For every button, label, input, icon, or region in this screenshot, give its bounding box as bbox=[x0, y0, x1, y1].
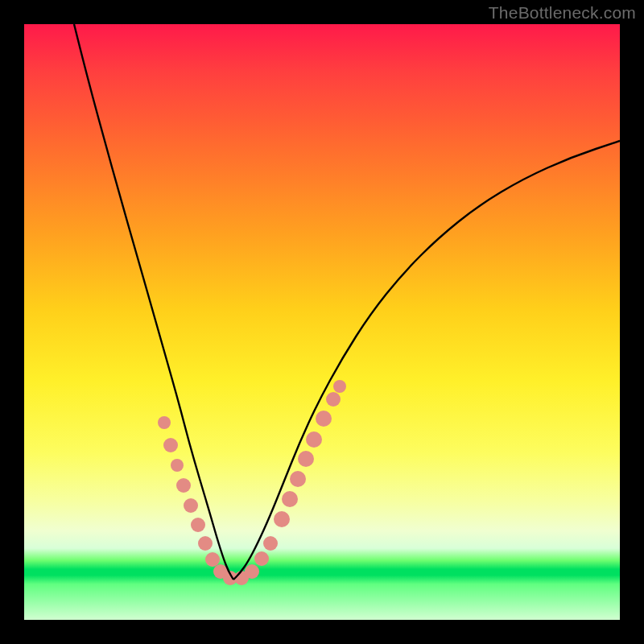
data-marker bbox=[333, 380, 346, 393]
data-marker bbox=[326, 392, 341, 407]
data-marker bbox=[316, 411, 332, 427]
data-marker bbox=[290, 471, 306, 487]
data-marker bbox=[176, 478, 191, 493]
data-marker bbox=[306, 431, 322, 448]
data-marker bbox=[245, 564, 259, 579]
data-marker bbox=[254, 551, 269, 566]
right-curve bbox=[233, 141, 620, 580]
left-curve bbox=[74, 24, 233, 580]
chart-svg bbox=[24, 24, 620, 620]
data-marker bbox=[184, 498, 198, 513]
data-marker bbox=[298, 451, 314, 467]
data-marker bbox=[158, 416, 171, 429]
data-marker bbox=[263, 536, 278, 551]
plot-area bbox=[24, 24, 620, 620]
data-marker bbox=[282, 491, 298, 507]
watermark-text: TheBottleneck.com bbox=[489, 3, 636, 23]
data-marker bbox=[274, 511, 290, 527]
data-marker bbox=[198, 536, 213, 551]
data-marker bbox=[163, 438, 178, 452]
data-marker bbox=[191, 518, 205, 532]
chart-frame: TheBottleneck.com bbox=[0, 0, 644, 644]
data-marker bbox=[171, 459, 184, 472]
data-marker bbox=[205, 552, 220, 567]
